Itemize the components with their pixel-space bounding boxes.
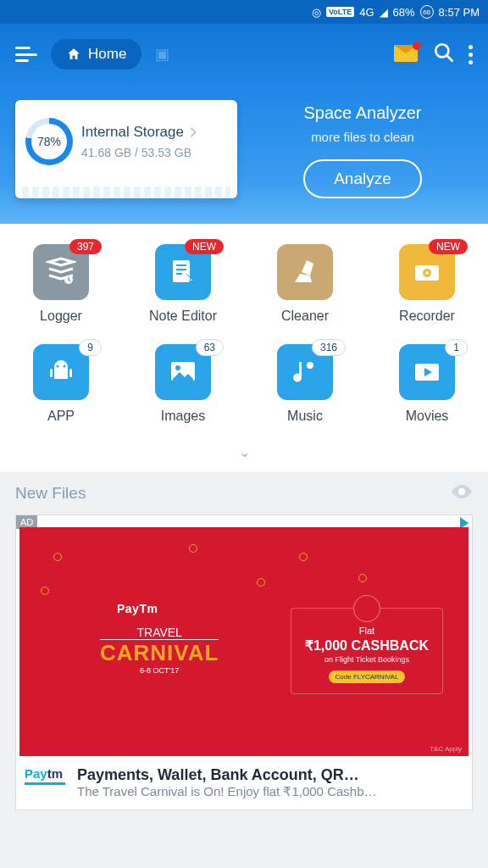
new-files-header: New Files	[0, 472, 488, 515]
badge: 9	[79, 339, 102, 356]
grid-item-label: Logger	[10, 309, 112, 324]
chevron-down-icon[interactable]: ⌄	[0, 444, 488, 467]
ad-brand: PayTm	[117, 602, 158, 615]
signal-icon: ◢	[380, 6, 388, 19]
storage-ring-icon: 78%	[25, 118, 73, 165]
badge: 397	[69, 239, 102, 254]
ad-footer-logo: Paytm	[25, 766, 65, 781]
status-bar: ◎ VoLTE 4G ◢ 68% 68 8:57 PM	[0, 0, 488, 24]
storage-title: Internal Storage	[81, 124, 184, 141]
analyzer-title: Space Analyzer	[252, 103, 473, 123]
ad-card[interactable]: AD PayTm TRAVEL CARNIVAL 6-8 OCT'17 Flat…	[15, 515, 473, 810]
window-icon[interactable]: ▣	[155, 45, 169, 64]
grid-item-label: Note Editor	[132, 309, 234, 324]
home-icon	[66, 47, 81, 62]
battery-ring-icon: 68	[420, 5, 434, 19]
svg-point-7	[57, 365, 59, 368]
svg-point-8	[64, 365, 66, 368]
grid-item-images[interactable]: Images63	[132, 344, 234, 424]
notification-dot-icon	[413, 42, 421, 50]
badge: NEW	[185, 239, 224, 254]
eye-icon[interactable]	[451, 484, 473, 503]
storage-usage: 41.68 GB / 53.53 GB	[81, 146, 197, 159]
grid-item-label: Music	[254, 409, 356, 424]
ad-cashback-box: Flat ₹1,000 CASHBACK on Flight Ticket Bo…	[291, 608, 443, 694]
ad-headline: Payments, Wallet, Bank Account, QR…	[77, 766, 377, 784]
ad-carnival-logo: TRAVEL CARNIVAL 6-8 OCT'17	[100, 626, 219, 675]
mail-icon[interactable]	[394, 45, 419, 64]
storage-percent: 78%	[31, 124, 67, 159]
svg-point-12	[175, 365, 180, 370]
ad-footer[interactable]: Paytm Payments, Wallet, Bank Account, QR…	[16, 756, 472, 810]
badge: 63	[196, 339, 224, 356]
network-label: 4G	[359, 6, 374, 19]
grid-item-label: Images	[132, 409, 234, 424]
grid-item-label: Cleaner	[254, 309, 356, 324]
svg-line-1	[446, 55, 452, 61]
tools-grid: Logger397Note EditorNEWCleanerRecorderNE…	[0, 224, 488, 472]
svg-point-15	[458, 488, 465, 495]
svg-point-13	[307, 362, 313, 369]
hero-section: 78% Internal Storage 41.68 GB / 53.53 GB…	[0, 85, 488, 224]
grid-item-music[interactable]: Music316	[254, 344, 356, 424]
app-header: Home ▣	[0, 24, 488, 85]
new-files-label: New Files	[15, 484, 86, 503]
home-label: Home	[88, 46, 126, 63]
grid-item-logger[interactable]: Logger397	[10, 244, 112, 324]
search-icon[interactable]	[433, 42, 455, 67]
storage-card[interactable]: 78% Internal Storage 41.68 GB / 53.53 GB	[15, 100, 237, 198]
ad-banner[interactable]: PayTm TRAVEL CARNIVAL 6-8 OCT'17 Flat ₹1…	[19, 527, 469, 756]
ad-subline: The Travel Carnival is On! Enjoy flat ₹1…	[77, 784, 377, 799]
svg-rect-9	[50, 369, 53, 377]
battery-text: 68%	[393, 6, 415, 19]
svg-point-6	[425, 271, 429, 275]
analyze-button[interactable]: Analyze	[303, 159, 422, 198]
home-button[interactable]: Home	[51, 39, 141, 70]
grid-item-label: Movies	[376, 409, 478, 424]
volte-badge: VoLTE	[326, 7, 354, 17]
grid-item-recorder[interactable]: RecorderNEW	[376, 244, 478, 324]
grid-item-note-editor[interactable]: Note EditorNEW	[132, 244, 234, 324]
plane-icon	[353, 595, 380, 622]
menu-icon[interactable]	[15, 47, 37, 62]
analyzer-block: Space Analyzer more files to clean Analy…	[252, 100, 473, 198]
grid-item-cleaner[interactable]: Cleaner	[254, 244, 356, 324]
grid-item-movies[interactable]: Movies1	[376, 344, 478, 424]
badge: NEW	[429, 239, 468, 254]
chevron-right-icon	[189, 127, 197, 137]
ad-terms: T&C Apply	[430, 745, 462, 753]
badge: 1	[445, 339, 468, 356]
svg-rect-10	[69, 369, 72, 377]
svg-rect-3	[173, 260, 190, 282]
hotspot-icon: ◎	[312, 6, 321, 19]
analyzer-subtitle: more files to clean	[252, 130, 473, 144]
clock: 8:57 PM	[439, 6, 480, 19]
broom-icon	[277, 244, 333, 300]
more-icon[interactable]	[469, 45, 473, 64]
badge: 316	[312, 339, 346, 356]
grid-item-app[interactable]: APP9	[10, 344, 112, 424]
grid-item-label: Recorder	[376, 309, 478, 324]
grid-item-label: APP	[10, 409, 112, 424]
